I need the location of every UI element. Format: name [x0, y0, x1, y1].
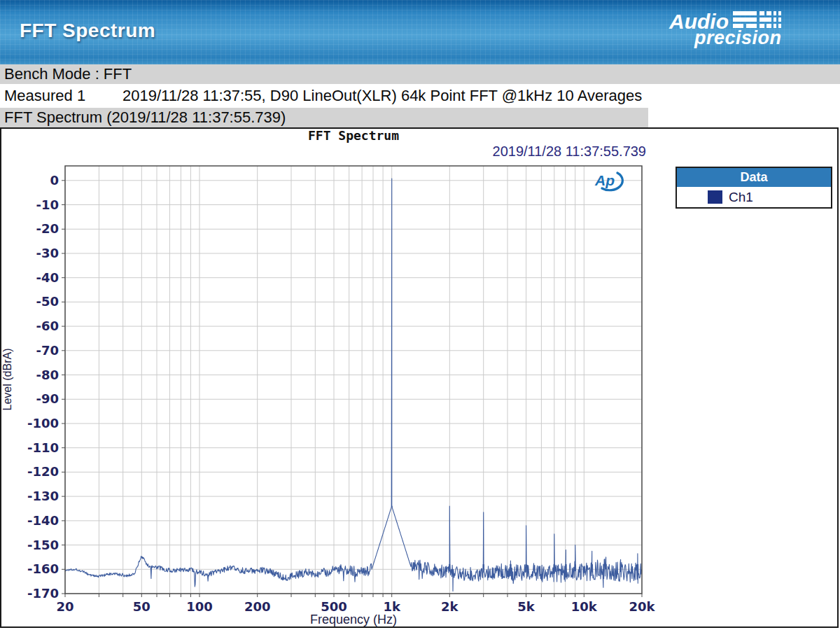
y-axis-label: Level (dBrA)	[1, 349, 13, 411]
y-tick-label: -140	[27, 513, 59, 528]
y-tick-label: -120	[27, 464, 59, 479]
audio-precision-logo: Audio precision	[669, 11, 816, 55]
legend-header: Data	[677, 168, 831, 187]
spectrum-trace	[65, 178, 642, 591]
x-tick-label: 2k	[441, 599, 459, 614]
legend-entry: Ch1	[677, 187, 831, 207]
y-tick-label: -80	[36, 368, 59, 382]
x-tick-label: 5k	[517, 599, 536, 614]
y-tick-label: -20	[36, 221, 59, 236]
measured-row: Measured 1 2019/11/28 11:37:55, D90 Line…	[0, 84, 840, 108]
y-tick-label: -130	[27, 489, 59, 503]
bench-mode-bar: Bench Mode : FFT	[0, 64, 840, 84]
measured-info: 2019/11/28 11:37:55, D90 LineOut(XLR) 64…	[122, 87, 642, 105]
x-tick-label: 50	[133, 599, 150, 614]
x-tick-label: 10k	[571, 599, 598, 614]
x-tick-label: 20	[56, 599, 74, 614]
y-tick-label: -10	[36, 197, 59, 212]
chart-title: FFT Spectrum	[308, 129, 399, 143]
x-tick-label: 1k	[383, 599, 401, 614]
chart-timestamp: 2019/11/28 11:37:55.739	[493, 144, 646, 159]
legend-swatch	[708, 190, 722, 204]
y-tick-label: -50	[36, 294, 59, 309]
y-tick-label: -150	[27, 538, 59, 552]
top-banner: FFT Spectrum Audio precision	[0, 0, 840, 64]
page-title: FFT Spectrum	[20, 20, 155, 42]
y-tick-label: 0	[50, 173, 59, 188]
plot-border	[65, 166, 642, 594]
svg-text:Ap: Ap	[594, 172, 615, 188]
x-axis-label: Frequency (Hz)	[310, 612, 397, 626]
y-tick-label: -30	[36, 246, 59, 260]
chart-panel: FFT Spectrum 2019/11/28 11:37:55.739 Lev…	[0, 127, 839, 628]
graph-caption-bar: FFT Spectrum (2019/11/28 11:37:55.739)	[0, 108, 648, 127]
y-tick-label: -90	[36, 391, 59, 406]
ap-watermark-icon: Ap	[594, 172, 622, 190]
graph-caption-text: FFT Spectrum (2019/11/28 11:37:55.739)	[4, 108, 286, 127]
y-tick-label: -70	[36, 343, 59, 358]
x-tick-label: 500	[321, 599, 347, 614]
y-tick-label: -100	[27, 416, 59, 430]
legend-box: Data Ch1	[676, 167, 832, 209]
bench-mode-text: Bench Mode : FFT	[4, 65, 132, 83]
y-tick-label: -40	[36, 270, 59, 285]
y-tick-label: -160	[27, 561, 59, 576]
logo-text-line2: precision	[694, 29, 816, 46]
measured-label: Measured 1	[4, 87, 122, 105]
x-tick-label: 100	[186, 599, 213, 614]
y-tick-label: -110	[27, 440, 59, 455]
x-tick-label: 20k	[629, 599, 655, 614]
y-tick-label: -60	[36, 318, 59, 333]
y-tick-label: -170	[27, 586, 59, 601]
legend-label: Ch1	[729, 190, 753, 205]
x-tick-label: 200	[244, 599, 271, 614]
